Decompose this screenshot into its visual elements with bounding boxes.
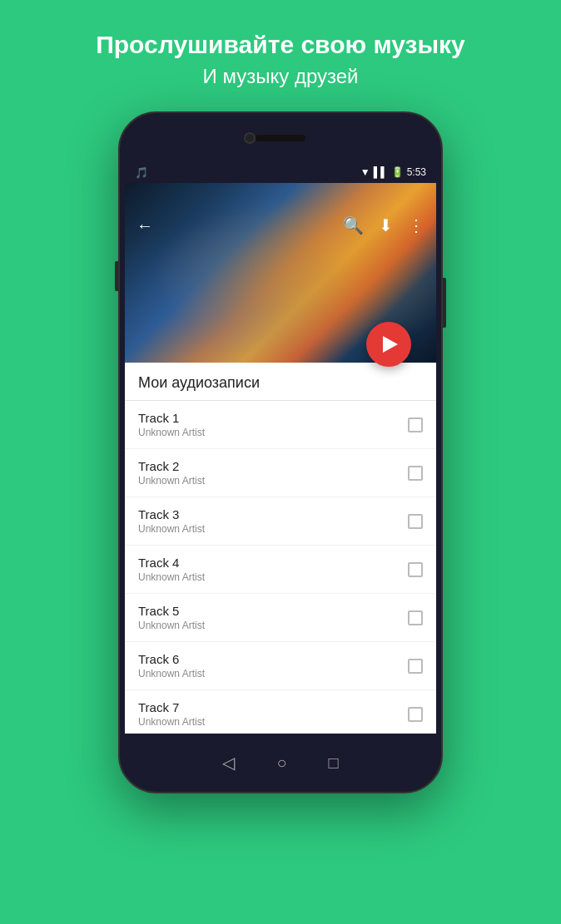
recent-nav-button[interactable]: □ (329, 754, 339, 773)
search-icon[interactable]: 🔍 (343, 215, 364, 235)
signal-icon: ▌▌ (374, 166, 388, 178)
header-title: Прослушивайте свою музыку (96, 30, 465, 60)
track-name: Track 4 (138, 556, 408, 570)
toolbar-actions: 🔍 ⬇ ⋮ (343, 215, 424, 235)
track-item[interactable]: Track 3 Unknown Artist (125, 497, 436, 546)
track-item[interactable]: Track 6 Unknown Artist (125, 642, 436, 690)
track-checkbox[interactable] (408, 418, 423, 432)
wifi-icon: ▼ (360, 166, 370, 178)
track-info: Track 7 Unknown Artist (138, 700, 408, 728)
track-info: Track 1 Unknown Artist (138, 411, 408, 438)
track-info: Track 5 Unknown Artist (138, 604, 408, 631)
track-artist: Unknown Artist (138, 571, 408, 583)
track-name: Track 7 (138, 700, 408, 714)
back-nav-button[interactable]: ◁ (222, 753, 235, 773)
track-checkbox[interactable] (408, 610, 423, 625)
status-bar: 🎵 ▼ ▌▌ 🔋 5:53 (125, 161, 436, 183)
phone-body: 🎵 ▼ ▌▌ 🔋 5:53 ← 🔍 ⬇ ⋮ (118, 111, 443, 793)
track-checkbox[interactable] (408, 466, 423, 481)
track-name: Track 5 (138, 604, 408, 618)
track-name: Track 2 (138, 459, 408, 473)
toolbar: ← 🔍 ⬇ ⋮ (125, 205, 436, 246)
track-name: Track 1 (138, 411, 408, 425)
track-info: Track 6 Unknown Artist (138, 652, 408, 679)
header-subtitle: И музыку друзей (96, 65, 465, 88)
track-checkbox[interactable] (408, 707, 423, 722)
phone-top-bar (120, 113, 441, 163)
phone-screen: 🎵 ▼ ▌▌ 🔋 5:53 ← 🔍 ⬇ ⋮ (125, 161, 436, 735)
header-text: Прослушивайте свою музыку И музыку друзе… (96, 30, 465, 88)
track-checkbox[interactable] (408, 562, 423, 577)
track-checkbox[interactable] (408, 659, 423, 674)
phone-speaker (256, 135, 305, 141)
track-info: Track 2 Unknown Artist (138, 459, 408, 487)
track-item[interactable]: Track 4 Unknown Artist (125, 546, 436, 594)
track-artist: Unknown Artist (138, 620, 408, 631)
track-name: Track 3 (138, 507, 408, 521)
app-icon: 🎵 (135, 166, 148, 179)
back-icon[interactable]: ← (137, 216, 153, 235)
track-info: Track 3 Unknown Artist (138, 507, 408, 535)
play-button[interactable] (366, 322, 411, 367)
phone-bottom-bar: ◁ ○ □ (120, 734, 441, 792)
front-camera (244, 132, 256, 144)
track-artist: Unknown Artist (138, 668, 408, 679)
home-nav-button[interactable]: ○ (276, 754, 286, 773)
more-icon[interactable]: ⋮ (408, 215, 424, 235)
track-item[interactable]: Track 5 Unknown Artist (125, 594, 436, 642)
track-info: Track 4 Unknown Artist (138, 556, 408, 583)
track-item[interactable]: Track 1 Unknown Artist (125, 401, 436, 449)
track-artist: Unknown Artist (138, 716, 408, 728)
play-icon (383, 336, 398, 353)
status-time: 5:53 (407, 166, 426, 178)
power-button (443, 278, 446, 328)
track-checkbox[interactable] (408, 514, 423, 529)
track-item[interactable]: Track 7 Unknown Artist (125, 690, 436, 735)
track-artist: Unknown Artist (138, 475, 408, 487)
track-name: Track 6 (138, 652, 408, 666)
track-artist: Unknown Artist (138, 427, 408, 438)
track-item[interactable]: Track 2 Unknown Artist (125, 449, 436, 497)
track-list: Track 1 Unknown Artist Track 2 Unknown A… (125, 401, 436, 735)
status-right: ▼ ▌▌ 🔋 5:53 (360, 166, 426, 178)
download-icon[interactable]: ⬇ (379, 215, 393, 235)
content-area: Мои аудиозаписи Track 1 Unknown Artist T… (125, 363, 436, 735)
phone-mockup: 🎵 ▼ ▌▌ 🔋 5:53 ← 🔍 ⬇ ⋮ (118, 111, 443, 793)
battery-icon: 🔋 (391, 166, 404, 178)
status-left: 🎵 (135, 166, 148, 179)
track-artist: Unknown Artist (138, 523, 408, 535)
section-title: Мои аудиозаписи (125, 363, 436, 401)
